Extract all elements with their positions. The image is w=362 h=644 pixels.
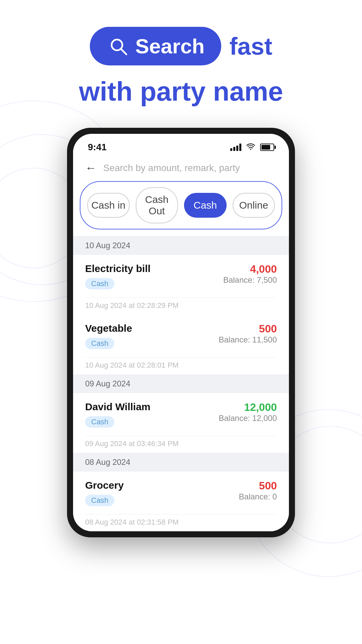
filter-tab-online[interactable]: Online [233,193,275,218]
phone-screen: 9:41 ← Sear [73,134,289,531]
transaction-amount: 12,000 [244,401,277,414]
signal-icon [230,144,241,151]
transaction-item[interactable]: Electricity bill 4,000 Cash Balance: 7,5… [73,255,289,293]
status-time: 9:41 [88,142,107,153]
search-input[interactable]: Search by amount, remark, party [103,163,277,173]
date-header-aug08: 08 Aug 2024 [73,453,289,472]
transaction-timestamp: 09 Aug 2024 at 03:46:34 PM [73,436,289,453]
filter-strip: Cash in Cash Out Cash Online [80,181,282,229]
transaction-item[interactable]: Vegetable 500 Cash Balance: 11,500 [73,315,289,353]
wifi-icon [246,142,255,153]
date-header-aug09: 09 Aug 2024 [73,374,289,393]
transaction-row: Vegetable 500 [85,323,277,335]
transaction-name: Electricity bill [85,263,150,274]
transaction-tag: Cash [85,338,114,349]
svg-line-1 [121,49,126,54]
search-pill-row: Search fast [0,27,362,65]
hero-subtitle: with party name [0,75,362,108]
transaction-row: David William 12,000 [85,401,277,414]
transaction-name: Vegetable [85,323,132,334]
transaction-row: Electricity bill 4,000 [85,263,277,275]
transaction-timestamp: 08 Aug 2024 at 02:31:58 PM [73,515,289,531]
hero-section: Search fast with party name [0,0,362,121]
transaction-meta-row: Cash Balance: 12,000 [85,414,277,428]
transaction-meta-row: Cash Balance: 11,500 [85,335,277,349]
transaction-meta-row: Cash Balance: 0 [85,492,277,506]
transaction-row: Grocery 500 [85,480,277,492]
transaction-name: Grocery [85,480,124,491]
search-bar[interactable]: ← Search by amount, remark, party [73,156,289,181]
phone-outer-frame: 9:41 ← Sear [67,128,295,537]
filter-tab-cash-in[interactable]: Cash in [87,193,130,218]
transaction-balance: Balance: 12,000 [219,414,277,423]
transaction-amount: 500 [259,323,277,335]
hero-fast-label: fast [229,33,272,60]
transaction-balance: Balance: 0 [239,492,277,501]
date-header-aug10: 10 Aug 2024 [73,236,289,255]
filter-tab-cash[interactable]: Cash [184,193,227,218]
transaction-item[interactable]: Grocery 500 Cash Balance: 0 [73,472,289,509]
search-pill: Search [90,27,222,65]
transaction-balance: Balance: 7,500 [223,275,277,285]
transaction-meta-row: Cash Balance: 7,500 [85,275,277,289]
transaction-amount: 500 [259,480,277,492]
transaction-tag: Cash [85,495,114,506]
filter-tab-cash-out[interactable]: Cash Out [136,187,178,223]
battery-icon [260,144,274,151]
transaction-timestamp: 10 Aug 2024 at 02:28:29 PM [73,298,289,315]
transaction-timestamp: 10 Aug 2024 at 02:28:01 PM [73,358,289,374]
transaction-tag: Cash [85,416,114,428]
status-bar: 9:41 [73,134,289,156]
transaction-amount: 4,000 [250,263,277,275]
status-right-icons [230,142,274,153]
search-label: Search [135,34,205,58]
transaction-balance: Balance: 11,500 [219,335,277,344]
search-icon [107,35,130,58]
filter-strip-outer: Cash in Cash Out Cash Online [73,181,289,236]
back-button[interactable]: ← [85,161,97,174]
transaction-item[interactable]: David William 12,000 Cash Balance: 12,00… [73,393,289,431]
transaction-tag: Cash [85,278,114,289]
transaction-list: 10 Aug 2024 Electricity bill 4,000 Cash … [73,236,289,531]
transaction-name: David William [85,401,150,413]
phone-mockup: 9:41 ← Sear [0,128,362,537]
